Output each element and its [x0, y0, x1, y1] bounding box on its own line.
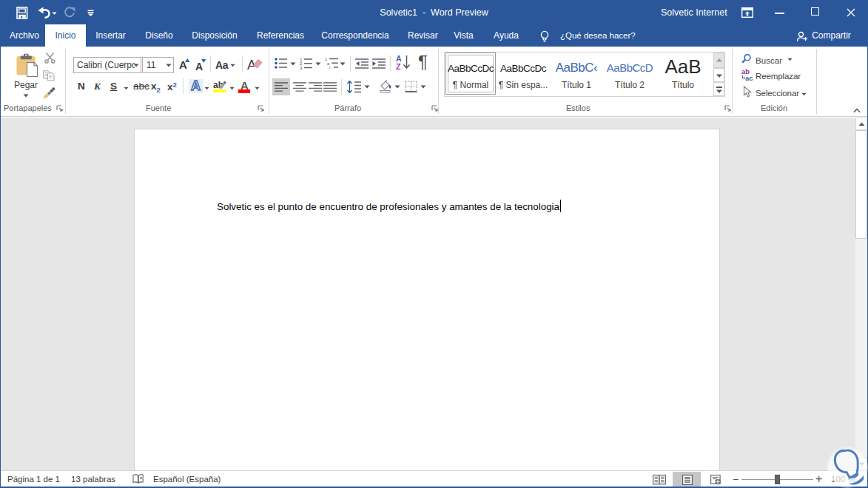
svg-text:Z: Z: [396, 62, 401, 70]
svg-text:3: 3: [300, 66, 303, 70]
svg-text:ac: ac: [745, 74, 753, 81]
svg-text:i: i: [329, 65, 330, 70]
